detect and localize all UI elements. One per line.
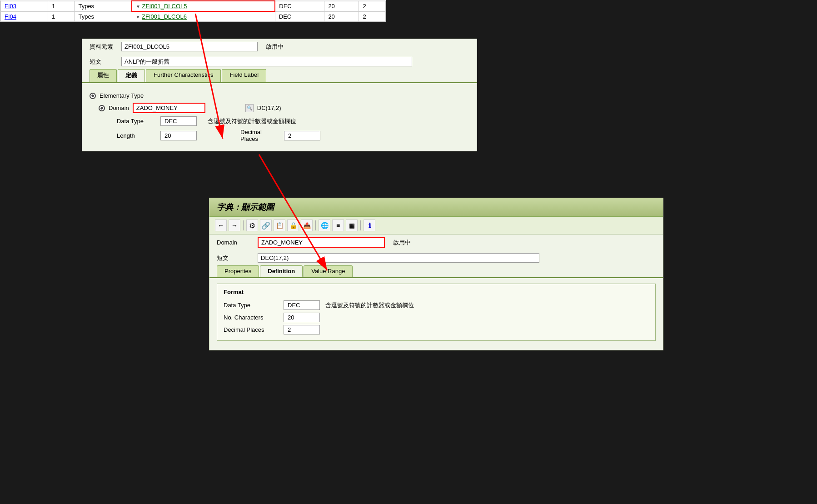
bottom-tab-value-range[interactable]: Value Range (304, 265, 353, 277)
shorttext-row: 短文 (82, 54, 477, 69)
bottom-shorttext-label: 短文 (217, 254, 253, 262)
tab-further-char[interactable]: Further Characteristics (146, 69, 221, 82)
row1-field-link[interactable]: FI03 (5, 3, 16, 10)
tool-btn-5[interactable]: 📤 (301, 220, 313, 231)
middle-tabs: 屬性 定義 Further Characteristics Field Labe… (82, 69, 477, 83)
row2-domain-link[interactable]: ZFI001_DLCOL6 (142, 13, 187, 20)
row1-col4[interactable]: ▼ ZFI001_DLCOL5 (132, 1, 275, 11)
top-table-panel: FI03 1 Types ▼ ZFI001_DLCOL5 DEC 20 2 FI… (0, 0, 386, 22)
bottom-panel-title: 字典：顯示範圍 (209, 198, 663, 217)
elementary-type-radio[interactable] (90, 93, 96, 99)
row1-domain-link[interactable]: ZFI001_DLCOL5 (142, 3, 187, 10)
domain-extra: 🔍 DC(17,2) (245, 104, 281, 112)
format-decplaces-row: Decimal Places 2 (224, 324, 649, 336)
elementary-type-row: Elementary Type (90, 90, 469, 101)
bottom-panel: 字典：顯示範圍 ← → ⚙ 🔗 📋 🔒 📤 🌐 ≡ ▦ ℹ Domain 啟用中… (209, 198, 663, 350)
shorttext-label: 短文 (90, 58, 117, 66)
row2-col3: Types (75, 11, 132, 22)
domain-field-row: Domain 啟用中 (209, 235, 663, 250)
datatype-desc: 含逗號及符號的計數器或金額欄位 (208, 117, 296, 125)
table-row: FI03 1 Types ▼ ZFI001_DLCOL5 DEC 20 2 (1, 1, 386, 11)
domain-label: Domain (109, 105, 129, 111)
format-datatype-desc: 含逗號及符號的計數器或金額欄位 (325, 301, 414, 309)
datatype-label: Data Type (117, 118, 153, 125)
toolbar-sep-2 (315, 220, 316, 230)
middle-tab-content: Elementary Type Domain 🔍 DC(17,2) Data T… (82, 83, 477, 151)
tool-btn-8[interactable]: ▦ (346, 220, 358, 231)
dropdown-arrow-icon: ▼ (136, 15, 140, 20)
toolbar-sep-3 (360, 220, 361, 230)
tool-btn-2[interactable]: 🔗 (260, 220, 272, 231)
format-datatype-row: Data Type DEC 含逗號及符號的計數器或金額欄位 (224, 299, 649, 311)
field-value-input[interactable] (121, 42, 258, 51)
bottom-status-text: 啟用中 (393, 239, 411, 247)
shorttext-input[interactable] (121, 57, 412, 66)
row1-col5: DEC (275, 1, 324, 11)
decimal-places-label: Decimal Places (240, 129, 277, 142)
tab-properties[interactable]: 屬性 (90, 69, 117, 82)
bottom-tab-definition[interactable]: Definition (260, 265, 303, 277)
elementary-type-label: Elementary Type (100, 92, 144, 99)
format-decplaces-value: 2 (284, 325, 320, 334)
format-datatype-label: Data Type (224, 302, 278, 309)
bottom-domain-input[interactable] (258, 237, 385, 248)
status-text: 啟用中 (266, 43, 284, 51)
tab-definition[interactable]: 定義 (118, 69, 145, 82)
format-section-title: Format (224, 289, 649, 295)
tab-field-label[interactable]: Field Label (222, 69, 266, 82)
tool-btn-7[interactable]: ≡ (332, 220, 344, 231)
row1-col3: Types (75, 1, 132, 11)
toolbar-sep-1 (243, 220, 244, 230)
decimal-places-value: 2 (284, 131, 320, 140)
row2-col5: DEC (275, 11, 324, 22)
tool-btn-1[interactable]: ⚙ (246, 220, 258, 231)
dropdown-arrow-icon: ▼ (136, 4, 140, 9)
info-btn[interactable]: ℹ (364, 220, 375, 231)
field-label: 資料元素 (90, 43, 117, 51)
format-nochars-value: 20 (284, 313, 320, 322)
format-decplaces-label: Decimal Places (224, 326, 278, 333)
bottom-shorttext-input[interactable] (258, 253, 539, 263)
dec-info: DC(17,2) (257, 105, 281, 111)
middle-panel: 資料元素 啟用中 短文 屬性 定義 Further Characteristic… (82, 39, 477, 151)
length-label: Length (117, 132, 153, 139)
bottom-domain-label: Domain (217, 239, 253, 246)
table-row: FI04 1 Types ▼ ZFI001_DLCOL6 DEC 20 2 (1, 11, 386, 22)
length-row: Length 20 Decimal Places 2 (90, 127, 469, 144)
format-datatype-value: DEC (284, 300, 320, 310)
format-section: Format Data Type DEC 含逗號及符號的計數器或金額欄位 No.… (217, 284, 656, 341)
row2-col4[interactable]: ▼ ZFI001_DLCOL6 (132, 11, 275, 22)
domain-row: Domain 🔍 DC(17,2) (90, 101, 469, 115)
domain-value-input[interactable] (133, 103, 205, 113)
bottom-tabs: Properties Definition Value Range (209, 265, 663, 278)
row1-col7: 2 (359, 1, 386, 11)
tool-btn-6[interactable]: 🌐 (319, 220, 330, 231)
row2-field-link[interactable]: FI04 (5, 13, 16, 20)
row1-col6: 20 (324, 1, 359, 11)
domain-radio[interactable] (99, 105, 105, 111)
bottom-shorttext-row: 短文 (209, 250, 663, 265)
format-nochars-row: No. Characters 20 (224, 311, 649, 324)
back-btn[interactable]: ← (215, 220, 227, 231)
row1-col2: 1 (48, 1, 75, 11)
domain-search-btn[interactable]: 🔍 (245, 104, 254, 112)
tool-btn-4[interactable]: 🔒 (287, 220, 299, 231)
bottom-tab-properties[interactable]: Properties (217, 265, 259, 277)
row2-col1[interactable]: FI04 (1, 11, 48, 22)
length-value: 20 (160, 131, 197, 140)
toolbar: ← → ⚙ 🔗 📋 🔒 📤 🌐 ≡ ▦ ℹ (209, 217, 663, 235)
row1-col1[interactable]: FI03 (1, 1, 48, 11)
datatype-row: Data Type DEC 含逗號及符號的計數器或金額欄位 (90, 115, 469, 127)
field-row: 資料元素 啟用中 (82, 39, 477, 54)
tool-btn-3[interactable]: 📋 (274, 220, 285, 231)
row2-col7: 2 (359, 11, 386, 22)
row2-col6: 20 (324, 11, 359, 22)
forward-btn[interactable]: → (229, 220, 240, 231)
format-nochars-label: No. Characters (224, 314, 278, 321)
bottom-tab-content: Format Data Type DEC 含逗號及符號的計數器或金額欄位 No.… (209, 278, 663, 350)
row2-col2: 1 (48, 11, 75, 22)
datatype-value: DEC (160, 116, 197, 126)
